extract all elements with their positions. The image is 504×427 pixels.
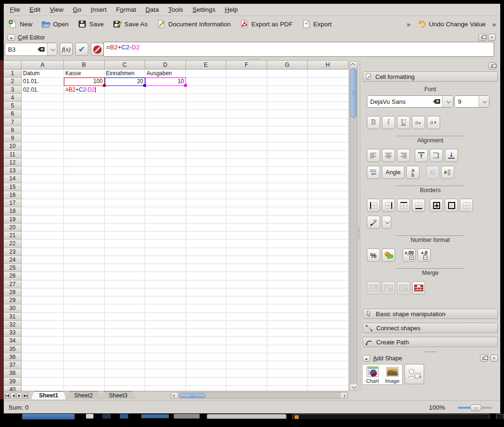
cell-C12[interactable]: [105, 159, 146, 167]
cell-D4[interactable]: [145, 94, 186, 102]
cell-D24[interactable]: [145, 256, 186, 264]
cell-A6[interactable]: [22, 110, 64, 118]
close-dock-button[interactable]: ×: [488, 34, 496, 41]
tool-basic-shape-manipulation[interactable]: Basic shape manipulation: [363, 309, 498, 319]
cell-H3[interactable]: [308, 86, 349, 94]
cell-C18[interactable]: [105, 207, 146, 215]
cancel-formula-button[interactable]: [91, 43, 104, 56]
row-header-4[interactable]: 4: [4, 94, 22, 102]
row-header-40[interactable]: 40: [4, 386, 22, 391]
cell-F15[interactable]: [226, 183, 267, 191]
cell-A38[interactable]: [22, 369, 64, 377]
cell-F11[interactable]: [226, 151, 267, 159]
row-header-16[interactable]: 16: [4, 191, 22, 199]
cell-B36[interactable]: [64, 353, 105, 361]
cell-H40[interactable]: [308, 386, 349, 391]
cell-E33[interactable]: [186, 329, 227, 337]
cell-E16[interactable]: [186, 191, 227, 199]
collapse-add-shape-button[interactable]: ▴: [363, 355, 370, 362]
cell-D36[interactable]: [145, 353, 186, 361]
cell-C3[interactable]: [105, 86, 146, 94]
cell-F2[interactable]: [226, 78, 267, 85]
cell-G4[interactable]: [267, 94, 308, 102]
tool-create-path[interactable]: Create Path: [363, 337, 498, 347]
cell-G23[interactable]: [267, 248, 308, 256]
underline-button[interactable]: U: [397, 116, 410, 129]
cell-G21[interactable]: [267, 232, 308, 240]
cell-F40[interactable]: [226, 386, 267, 391]
cell-E30[interactable]: [186, 304, 227, 312]
cell-B23[interactable]: [64, 248, 105, 256]
cell-A23[interactable]: [22, 248, 64, 256]
cell-reference-combo[interactable]: B3: [5, 43, 57, 56]
sheet-tab-sheet2[interactable]: Sheet2: [66, 391, 101, 399]
cell-C40[interactable]: [105, 386, 146, 391]
cell-A40[interactable]: [22, 386, 64, 391]
cell-D3[interactable]: [145, 86, 186, 94]
scroll-up-button[interactable]: [350, 62, 357, 68]
cell-H11[interactable]: [308, 151, 349, 159]
cell-A8[interactable]: [22, 126, 64, 134]
cell-F4[interactable]: [226, 94, 267, 102]
cell-A29[interactable]: [22, 296, 64, 304]
formula-input[interactable]: =B2+C2-D2: [103, 42, 494, 57]
cell-E19[interactable]: [186, 216, 227, 224]
cell-E13[interactable]: [186, 167, 227, 175]
cell-A33[interactable]: [22, 329, 64, 337]
cell-F25[interactable]: [226, 264, 267, 272]
cell-C14[interactable]: [105, 175, 146, 183]
save-as-button[interactable]: Save As: [111, 18, 149, 30]
cell-B11[interactable]: [64, 151, 105, 159]
cell-C4[interactable]: [105, 94, 146, 102]
collapse-dock-button[interactable]: ▴: [8, 34, 15, 41]
float-add-shape-button[interactable]: [480, 355, 488, 362]
cell-F29[interactable]: [226, 296, 267, 304]
font-size-combo[interactable]: 9: [454, 95, 489, 108]
cell-C26[interactable]: [105, 272, 146, 280]
cell-B27[interactable]: [64, 280, 105, 288]
cell-G26[interactable]: [267, 272, 308, 280]
border-all-button[interactable]: [430, 199, 443, 212]
cell-B10[interactable]: [64, 142, 105, 150]
cell-G18[interactable]: [267, 207, 308, 215]
row-header-3[interactable]: 3: [4, 86, 22, 94]
cell-D5[interactable]: [145, 102, 186, 110]
cell-E31[interactable]: [186, 313, 227, 321]
cell-A1[interactable]: Datum: [22, 70, 64, 78]
italic-button[interactable]: i: [382, 116, 395, 129]
cell-C5[interactable]: [105, 102, 146, 110]
cell-D25[interactable]: [145, 264, 186, 272]
cell-D38[interactable]: [145, 369, 186, 377]
toolbar-overflow-button[interactable]: »: [405, 20, 412, 28]
cell-E9[interactable]: [186, 134, 227, 142]
cell-A39[interactable]: [22, 378, 64, 386]
border-color-button[interactable]: [367, 216, 380, 229]
cell-A32[interactable]: [22, 321, 64, 329]
scroll-down-button[interactable]: [350, 384, 357, 390]
cell-B35[interactable]: [64, 345, 105, 353]
cell-A22[interactable]: [22, 240, 64, 248]
cell-C19[interactable]: [105, 216, 146, 224]
cell-F35[interactable]: [226, 345, 267, 353]
cell-B30[interactable]: [64, 304, 105, 312]
cell-F5[interactable]: [226, 102, 267, 110]
cell-D39[interactable]: [145, 378, 186, 386]
cell-C15[interactable]: [105, 183, 146, 191]
cell-C7[interactable]: [105, 118, 146, 126]
cell-E40[interactable]: [186, 386, 227, 391]
cell-E28[interactable]: [186, 288, 227, 296]
cell-G13[interactable]: [267, 167, 308, 175]
horizontal-scrollbar-thumb[interactable]: [179, 393, 206, 398]
cell-A13[interactable]: [22, 167, 64, 175]
row-header-7[interactable]: 7: [4, 118, 22, 126]
cell-F6[interactable]: [226, 110, 267, 118]
cell-B13[interactable]: [64, 167, 105, 175]
menu-data[interactable]: Data: [141, 5, 163, 14]
cell-C29[interactable]: [105, 296, 146, 304]
cell-B26[interactable]: [64, 272, 105, 280]
column-header-E[interactable]: E: [186, 61, 227, 70]
cell-H10[interactable]: [308, 142, 349, 150]
cell-H28[interactable]: [308, 288, 349, 296]
cell-D23[interactable]: [145, 248, 186, 256]
cell-E11[interactable]: [186, 151, 227, 159]
